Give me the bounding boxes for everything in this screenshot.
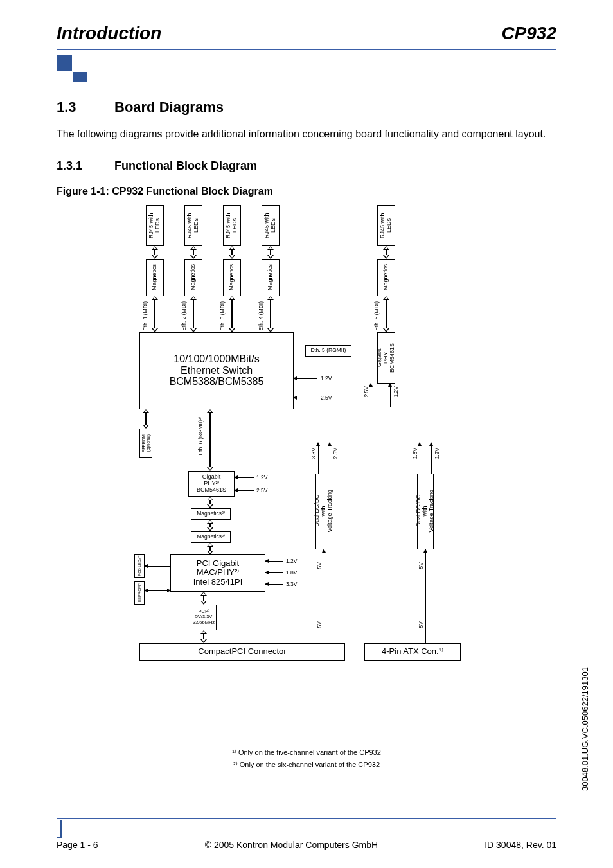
arrow-icon — [265, 572, 283, 573]
arrow-icon — [152, 296, 158, 332]
footer-docid: ID 30048, Rev. 01 — [484, 840, 556, 850]
rj45-3: RJ45 with LEDs — [223, 205, 241, 246]
atx-connector: 4-Pin ATX Con.¹⁾ — [364, 643, 461, 661]
magnetics-3: Magnetics — [223, 259, 241, 296]
voltage-label: 2.5V — [363, 386, 369, 398]
page-header: Introduction CP932 — [57, 23, 556, 44]
gigabit-phy-right: Gigabit PHY BCM5461S — [377, 332, 395, 384]
magnetics-2: Magnetics — [184, 259, 202, 296]
arrow-icon — [267, 246, 274, 259]
arrow-icon — [265, 561, 283, 562]
voltage-label: 1.2V — [256, 474, 268, 481]
eth6-rgmii-label: Eth. 6 (RGMII)²⁾ — [197, 417, 204, 456]
page: Introduction CP932 1.3Board Diagrams The… — [0, 0, 613, 769]
header-right: CP932 — [501, 23, 556, 44]
gigabit-phy2: Gigabit PHY²⁾ BCM5461S — [188, 471, 235, 497]
intro-paragraph: The following diagrams provide additiona… — [57, 127, 556, 141]
section-heading: 1.3Board Diagrams — [57, 99, 556, 116]
voltage-label: 1.2V — [286, 558, 298, 564]
voltage-label: 5V — [316, 562, 323, 569]
arrow-icon — [190, 246, 197, 259]
arrow-icon — [294, 398, 317, 398]
arrow-icon — [371, 384, 371, 407]
eth5-rgmii: Eth. 5 (RGMII) — [305, 345, 351, 357]
functional-block-diagram: RJ45 with LEDs RJ45 with LEDs RJ45 with … — [133, 205, 480, 738]
voltage-label: 1.2V — [434, 448, 440, 459]
arrow-icon — [383, 296, 389, 332]
ethernet-switch: 10/100/1000MBit/s Ethernet Switch BCM538… — [139, 332, 294, 409]
figure-caption: Figure 1-1: CP932 Functional Block Diagr… — [57, 186, 556, 197]
switch-line2: Ethernet Switch — [181, 365, 253, 376]
arrow-icon — [390, 384, 391, 407]
arrow-icon — [229, 246, 235, 259]
eth5-mdi-label: Eth. 5 (MDI) — [373, 301, 380, 331]
arrow-icon — [235, 477, 254, 478]
brand-logo — [57, 55, 90, 84]
arrow-icon — [425, 549, 426, 643]
arrow-icon — [431, 443, 432, 474]
voltage-label: 5V — [316, 621, 323, 628]
pci-bus: PCI²⁾ 5V/3.3V 33/66MHz — [191, 605, 217, 630]
arrow-icon — [145, 566, 170, 567]
switch-line1: 10/100/1000MBit/s — [173, 353, 259, 365]
pcb-leds: PCB LEDs²⁾ — [134, 554, 145, 578]
arrow-icon — [318, 443, 319, 474]
rj45-1: RJ45 with LEDs — [146, 205, 164, 246]
diagram-container: RJ45 with LEDs RJ45 with LEDs RJ45 with … — [57, 205, 556, 738]
footer-copyright: © 2005 Kontron Modular Computers GmbH — [205, 840, 378, 850]
side-document-code: 30048.01.UG.VC.050622/191301 — [580, 667, 590, 791]
subsection-heading: 1.3.1Functional Block Diagram — [57, 159, 556, 173]
arrow-icon — [294, 378, 317, 379]
footer-rule — [57, 818, 556, 819]
arrow-icon — [229, 296, 235, 332]
arrow-icon — [383, 246, 389, 259]
footer-page: Page 1 - 6 — [57, 840, 98, 850]
voltage-label: 1.8V — [286, 569, 298, 576]
arrow-icon — [200, 630, 207, 643]
voltage-label: 1.2V — [321, 375, 332, 382]
arrow-icon — [324, 549, 324, 643]
dcdc-1: Dual DC/DC with Voltage Tracking — [315, 474, 332, 549]
eeprom-optional: EEPROM (optional) — [139, 429, 152, 458]
eth1-mdi-label: Eth. 1 (MDI) — [142, 301, 148, 331]
arrow-icon — [267, 296, 274, 332]
footnote-2: ²⁾ Only on the six-channel variant of th… — [57, 761, 556, 769]
arrow-icon — [207, 520, 213, 531]
arrow-icon — [143, 409, 149, 429]
arrow-icon — [207, 543, 213, 554]
eeprom2: EEPROM²⁾ — [134, 581, 145, 605]
arrow-icon — [235, 490, 254, 491]
voltage-label: 3.3V — [310, 448, 317, 459]
connector-line — [294, 351, 305, 351]
section-number: 1.3 — [57, 99, 114, 116]
section-title: Board Diagrams — [114, 99, 224, 115]
magnetics-5: Magnetics — [377, 259, 395, 296]
arrow-icon — [207, 497, 213, 508]
arrow-icon — [265, 584, 283, 585]
voltage-label: 3.3V — [286, 581, 298, 587]
switch-line3: BCM5388/BCM5385 — [170, 376, 264, 387]
eth4-mdi-label: Eth. 4 (MDI) — [258, 301, 264, 331]
arrow-icon — [190, 296, 197, 332]
magnetics-4: Magnetics — [262, 259, 280, 296]
header-left: Introduction — [57, 23, 161, 44]
voltage-label: 5V — [418, 621, 424, 628]
voltage-label: 2.5V — [321, 394, 332, 401]
magnetics2-b: Magnetics²⁾ — [191, 531, 231, 543]
subsection-number: 1.3.1 — [57, 159, 114, 173]
voltage-label: 2.5V — [256, 487, 268, 493]
magnetics-1: Magnetics — [146, 259, 164, 296]
header-rule — [57, 49, 556, 50]
rj45-2: RJ45 with LEDs — [184, 205, 202, 246]
footnote-1: ¹⁾ Only on the five-channel variant of t… — [57, 748, 556, 757]
voltage-label: 2.5V — [332, 448, 339, 459]
arrow-icon — [207, 409, 213, 471]
figure-footnotes: ¹⁾ Only on the five-channel variant of t… — [57, 748, 556, 769]
voltage-label: 5V — [418, 562, 424, 569]
arrow-icon — [200, 592, 207, 605]
arrow-icon — [420, 443, 420, 474]
footer-corner-icon — [57, 820, 62, 838]
eth3-mdi-label: Eth. 3 (MDI) — [219, 301, 226, 331]
rj45-5: RJ45 with LEDs — [377, 205, 395, 246]
subsection-title: Functional Block Diagram — [114, 159, 257, 172]
